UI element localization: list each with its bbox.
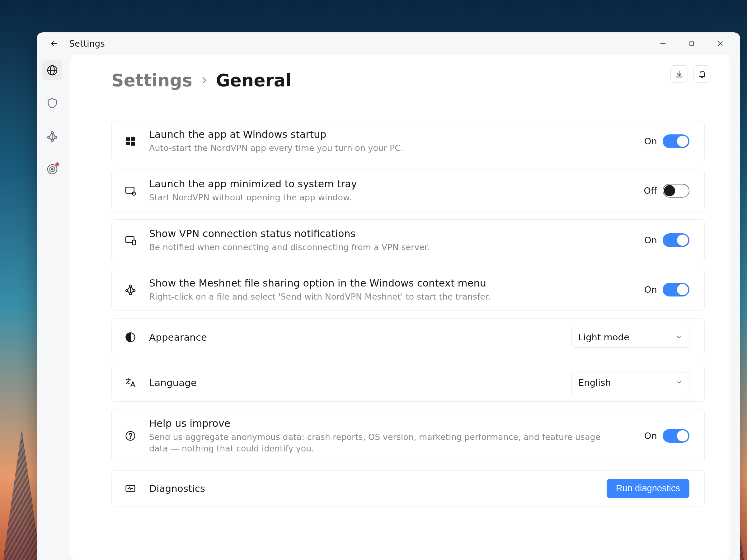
minimize-icon: [660, 40, 666, 47]
toggle-launch-startup[interactable]: [663, 134, 689, 148]
chevron-right-icon: [200, 73, 209, 87]
device-icon: [123, 233, 138, 248]
sidebar-item-globe[interactable]: [42, 60, 62, 80]
close-icon: [717, 40, 724, 47]
select-value: Light mode: [578, 332, 629, 343]
diagnostics-icon: [123, 481, 138, 496]
svg-point-28: [130, 438, 131, 439]
setting-desc: Auto-start the NordVPN app every time yo…: [149, 142, 633, 154]
select-value: English: [578, 377, 611, 388]
sidebar-item-meshnet[interactable]: [42, 126, 62, 146]
window-title: Settings: [69, 38, 105, 49]
back-button[interactable]: [46, 35, 62, 52]
setting-language: Language English: [111, 364, 705, 402]
svg-rect-16: [126, 141, 130, 145]
setting-help-improve: Help us improve Send us aggregate anonym…: [111, 409, 705, 463]
setting-desc: Start NordVPN without opening the app wi…: [149, 192, 633, 203]
setting-appearance: Appearance Light mode: [111, 318, 705, 356]
meshnet-icon: [46, 130, 58, 142]
setting-title: Appearance: [149, 331, 560, 343]
setting-title: Launch the app minimized to system tray: [149, 178, 633, 190]
tray-icon: [123, 183, 138, 198]
breadcrumb: Settings General: [111, 70, 705, 90]
window-close[interactable]: [706, 35, 735, 52]
language-select[interactable]: English: [571, 372, 689, 393]
toggle-state: On: [644, 136, 657, 146]
bell-icon: [698, 70, 706, 78]
toggle-meshnet-context[interactable]: [663, 283, 689, 296]
setting-desc: Send us aggregate anonymous data: crash …: [149, 431, 633, 455]
breadcrumb-current: General: [216, 70, 291, 90]
settings-panel: Settings General Launch the app at Windo…: [70, 55, 729, 560]
toggle-help-improve[interactable]: [663, 429, 689, 443]
globe-icon: [46, 64, 58, 77]
window-maximize[interactable]: [677, 35, 706, 52]
toggle-launch-tray[interactable]: [663, 184, 689, 197]
window-minimize[interactable]: [649, 35, 677, 52]
setting-title: Help us improve: [149, 418, 633, 429]
setting-title: Diagnostics: [149, 483, 595, 494]
arrow-left-icon: [50, 39, 58, 48]
svg-rect-17: [131, 141, 135, 145]
svg-point-7: [51, 132, 54, 134]
setting-meshnet-context: Show the Meshnet file sharing option in …: [111, 269, 705, 311]
language-icon: [123, 375, 138, 390]
setting-title: Language: [149, 377, 560, 388]
meshnet-icon: [123, 282, 138, 297]
svg-rect-14: [126, 137, 130, 141]
chevron-down-icon: [675, 332, 682, 343]
setting-title: Show the Meshnet file sharing option in …: [149, 277, 633, 289]
setting-launch-startup: Launch the app at Windows startup Auto-s…: [111, 120, 705, 162]
notification-dot: [55, 162, 59, 166]
shield-icon: [46, 97, 58, 109]
toggle-state: On: [644, 431, 657, 441]
setting-desc: Right-click on a file and select 'Send w…: [149, 291, 633, 302]
setting-title: Launch the app at Windows startup: [149, 129, 633, 140]
setting-desc: Be notified when connecting and disconne…: [149, 241, 633, 253]
toggle-status-notifications[interactable]: [663, 233, 689, 247]
setting-title: Show VPN connection status notifications: [149, 228, 633, 240]
maximize-icon: [689, 41, 695, 47]
toggle-state: On: [644, 235, 657, 245]
toggle-state: On: [644, 284, 657, 295]
svg-point-13: [52, 169, 53, 170]
chevron-down-icon: [675, 377, 682, 388]
notifications-button[interactable]: [693, 65, 711, 83]
svg-rect-1: [690, 42, 693, 46]
appearance-select[interactable]: Light mode: [571, 327, 689, 348]
windows-icon: [123, 134, 138, 149]
sidebar: [37, 55, 68, 560]
appearance-icon: [123, 330, 138, 345]
breadcrumb-root[interactable]: Settings: [111, 70, 192, 90]
svg-point-22: [129, 285, 132, 287]
run-diagnostics-button[interactable]: Run diagnostics: [607, 479, 689, 498]
help-icon: [123, 428, 138, 443]
download-icon: [675, 70, 684, 78]
svg-rect-15: [131, 137, 135, 141]
app-window: Settings: [37, 32, 740, 560]
setting-diagnostics: Diagnostics Run diagnostics: [111, 471, 705, 506]
setting-launch-tray: Launch the app minimized to system tray …: [111, 169, 705, 212]
sidebar-item-shield[interactable]: [42, 93, 62, 113]
download-button[interactable]: [670, 65, 688, 83]
setting-status-notifications: Show VPN connection status notifications…: [111, 219, 705, 261]
sidebar-item-target[interactable]: [42, 159, 62, 179]
toggle-state: Off: [644, 185, 657, 196]
svg-rect-21: [133, 240, 136, 245]
titlebar: Settings: [37, 32, 740, 55]
